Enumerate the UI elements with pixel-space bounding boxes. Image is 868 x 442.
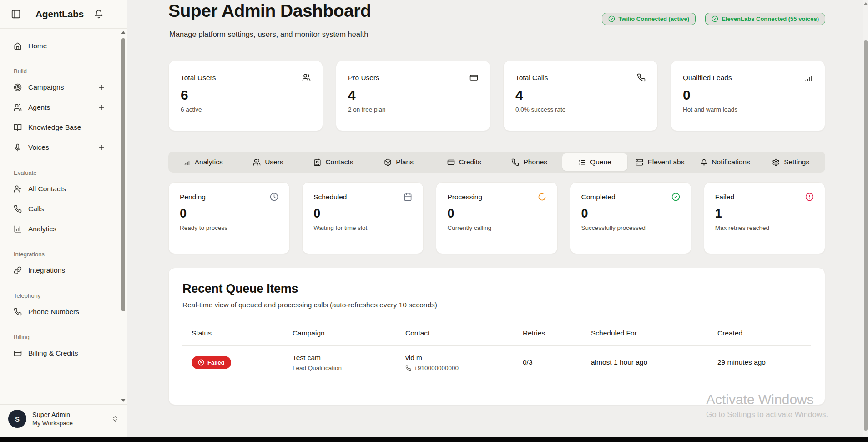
sidebar-scrollbar[interactable] [121,30,126,403]
tab-notifications[interactable]: Notifications [693,153,758,171]
tab-contacts[interactable]: Contacts [301,153,366,171]
sidebar-item-calls[interactable]: Calls [10,199,111,219]
avatar: S [8,410,26,428]
chart-column-icon [14,225,22,233]
queue-card-label: Pending [180,193,206,201]
queue-card-value: 0 [180,207,278,221]
sidebar-item-all-contacts[interactable]: All Contacts [10,179,111,199]
bell-icon [94,10,103,19]
link-icon [14,266,22,274]
column-header-scheduled-for: Scheduled For [582,329,708,337]
add-agent-button[interactable] [96,102,107,113]
sidebar-item-billing-credits[interactable]: Billing & Credits [10,343,111,363]
panel-subtitle: Real-time view of queued and processing … [182,301,811,309]
status-badge: Failed [192,356,231,369]
plus-icon [98,144,105,151]
admin-tabs: Analytics Users Contacts Plans Credits [168,152,825,173]
section-label-evaluate: Evaluate [14,169,111,176]
stat-value: 4 [515,87,646,103]
section-label-build: Build [14,68,111,75]
sidebar-item-label: Voices [28,143,49,152]
add-voice-button[interactable] [96,142,107,153]
sidebar-item-analytics[interactable]: Analytics [10,219,111,239]
stat-label: Total Users [181,74,216,82]
sidebar-item-voices[interactable]: Voices [10,137,111,157]
tab-phones[interactable]: Phones [497,153,562,171]
sidebar-item-home[interactable]: Home [10,36,111,56]
phone-icon [637,73,646,82]
tab-settings[interactable]: Settings [758,153,823,171]
signal-bars-icon [183,158,191,166]
column-header-campaign: Campaign [283,329,396,337]
tab-label: Contacts [325,158,353,166]
queue-card-scheduled: Scheduled 0 Waiting for time slot [302,182,424,254]
queue-stats-row: Pending 0 Ready to process Scheduled [168,182,825,254]
main-content: Super Admin Dashboard Manage platform se… [128,0,863,437]
bottom-edge-bar [0,437,868,442]
queue-card-label: Processing [447,193,482,201]
workspace-name: My Workspace [32,419,73,427]
sidebar-item-label: Home [28,42,47,50]
recent-queue-items-panel: Recent Queue Items Real-time view of que… [168,268,825,405]
server-icon [636,158,643,166]
check-circle-icon [608,15,615,22]
calendar-icon [404,193,412,201]
status-label: Failed [207,359,225,366]
sidebar-toggle-button[interactable] [9,7,23,21]
page-scrollbar-thumb[interactable] [864,40,868,431]
target-icon [14,83,22,91]
tab-analytics[interactable]: Analytics [170,153,236,171]
notifications-bell-button[interactable] [92,8,105,20]
column-header-contact: Contact [396,329,514,337]
queue-card-value: 0 [447,207,546,221]
tab-plans[interactable]: Plans [366,153,432,171]
tab-users[interactable]: Users [236,153,301,171]
tab-label: Credits [459,158,481,166]
queue-card-sub: Successfully processed [581,224,680,231]
users-icon [14,103,22,112]
sidebar-item-campaigns[interactable]: Campaigns [10,77,111,97]
scroll-down-arrow-icon[interactable] [121,399,126,402]
gear-icon [772,158,780,166]
sidebar-item-integrations[interactable]: Integrations [10,260,111,280]
tab-elevenlabs[interactable]: ElevenLabs [627,153,693,171]
sidebar-item-knowledge-base[interactable]: Knowledge Base [10,117,111,137]
sidebar-item-label: Knowledge Base [28,123,81,132]
add-campaign-button[interactable] [96,81,107,93]
sidebar-item-agents[interactable]: Agents [10,97,111,117]
sidebar-item-label: Integrations [28,266,65,274]
tab-label: Phones [523,158,547,166]
tab-credits[interactable]: Credits [431,153,497,171]
stat-label: Total Calls [515,74,548,82]
stat-label: Qualified Leads [683,74,732,82]
credit-card-icon [14,349,22,357]
sidebar-item-label: All Contacts [28,185,66,193]
queue-card-label: Scheduled [313,193,347,201]
book-open-icon [14,123,22,132]
tab-queue[interactable]: Queue [562,153,628,171]
scroll-up-arrow-icon[interactable] [121,31,126,34]
phone-icon [14,205,22,213]
stat-value: 6 [181,87,311,103]
tab-label: Plans [396,158,414,166]
created-value: 29 minutes ago [708,358,810,366]
user-name: Super Admin [32,411,73,419]
stat-value: 4 [348,87,478,103]
x-circle-icon [198,359,204,366]
page-scrollbar[interactable] [863,0,868,437]
queue-card-label: Completed [581,193,616,201]
sidebar-scrollbar-thumb[interactable] [121,38,125,311]
badge-label: Twilio Connected (active) [618,15,689,22]
column-header-created: Created [708,329,810,337]
sidebar-item-phone-numbers[interactable]: Phone Numbers [10,302,111,322]
stat-label: Pro Users [348,74,379,82]
check-circle-icon [671,193,680,201]
stat-sub: 0.0% success rate [515,106,646,113]
check-circle-icon [712,15,718,22]
queue-card-sub: Ready to process [180,224,278,231]
tab-label: Analytics [195,158,223,166]
scroll-up-arrow-icon[interactable] [863,2,868,5]
bell-icon [701,159,707,166]
queue-card-sub: Max retries reached [715,224,814,231]
workspace-switcher[interactable]: S Super Admin My Workspace [0,404,127,433]
